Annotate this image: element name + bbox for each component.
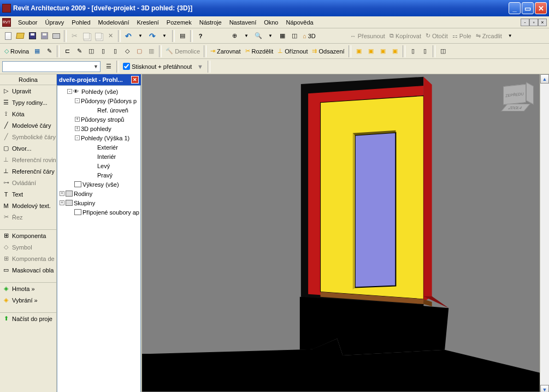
tool-b1[interactable]: ✎: [43, 45, 55, 57]
design-bar-item[interactable]: ╱Modelové čáry: [0, 120, 56, 131]
tool-c1[interactable]: ▣: [353, 45, 365, 57]
design-bar-item[interactable]: ⬆Načíst do proje: [0, 313, 56, 324]
redo-dropdown[interactable]: ▼: [158, 30, 170, 42]
tree-expander[interactable]: +: [75, 117, 80, 122]
redo-button[interactable]: ↷: [146, 30, 158, 42]
design-bar-item[interactable]: ⊞Komponenta: [0, 230, 56, 241]
tree-node[interactable]: Pravý: [57, 170, 140, 180]
design-bar-item[interactable]: ⟟Kóta: [0, 108, 56, 120]
tree-node[interactable]: + Rodiny: [57, 189, 140, 198]
dd-button[interactable]: ▼: [504, 30, 516, 42]
tree-node[interactable]: Levý: [57, 161, 140, 170]
design-bar-item[interactable]: ☰Typy rodiny...: [0, 97, 56, 108]
vscroll-track[interactable]: [540, 84, 549, 385]
mirror-button[interactable]: ⇋Zrcadlit: [474, 30, 504, 42]
tool-b9[interactable]: ▥: [145, 45, 157, 57]
tree-node[interactable]: + Skupiny: [57, 198, 140, 207]
menu-pohled[interactable]: Pohled: [68, 18, 94, 27]
tree-expander[interactable]: +: [60, 191, 64, 196]
tool-b8[interactable]: ▢: [133, 45, 145, 57]
tool-c3[interactable]: ▣: [377, 45, 389, 57]
tree-expander[interactable]: -: [75, 135, 80, 140]
zoom-dd2[interactable]: ▼: [264, 30, 276, 42]
tool-b5[interactable]: ▯: [97, 45, 109, 57]
copy-tool-button[interactable]: ⧉Kopírovat: [387, 30, 423, 42]
menu-pozemek[interactable]: Pozemek: [163, 18, 196, 27]
tool-c6[interactable]: ▯: [419, 45, 431, 57]
delete-button[interactable]: ✕: [104, 30, 116, 42]
copy-button[interactable]: [80, 30, 92, 42]
close-button[interactable]: ✕: [535, 2, 547, 14]
scroll-up-button[interactable]: ▲: [540, 74, 549, 84]
offset-button[interactable]: ⇉Odsazení: [310, 45, 346, 57]
menu-nastaveni[interactable]: Nastavení: [226, 18, 261, 27]
tool-b2[interactable]: ⊏: [61, 45, 73, 57]
move-button[interactable]: ↔Přesunout: [348, 30, 387, 42]
tool-b7[interactable]: ◇: [121, 45, 133, 57]
paste-button[interactable]: [92, 30, 104, 42]
menu-okno[interactable]: Okno: [260, 18, 282, 27]
tree-node[interactable]: - Pohledy (Výška 1): [57, 133, 140, 142]
array-button[interactable]: ⚏Pole: [450, 30, 474, 42]
browser-close-button[interactable]: ✕: [131, 76, 139, 84]
mdi-minimize-button[interactable]: -: [521, 19, 529, 26]
tool-c7[interactable]: ◫: [437, 45, 449, 57]
mdi-close-button[interactable]: ×: [538, 19, 547, 26]
menu-upravy[interactable]: Úpravy: [41, 18, 68, 27]
cut-button[interactable]: ✂: [68, 30, 80, 42]
tree-node[interactable]: -👁 Pohledy (vše): [57, 87, 140, 96]
design-bar-item[interactable]: TText: [0, 188, 56, 200]
tree-expander[interactable]: -: [75, 98, 80, 103]
cube-face-front[interactable]: ZEPŘEDU: [503, 84, 526, 105]
menu-modelovani[interactable]: Modelování: [95, 18, 133, 27]
minimize-button[interactable]: _: [509, 2, 521, 14]
undo-button[interactable]: ↶: [122, 30, 134, 42]
split-button[interactable]: ✂Rozdělit: [243, 45, 276, 57]
press-drag-checkbox[interactable]: Stisknout + přetáhnout: [121, 63, 194, 70]
tree-expander[interactable]: -: [67, 89, 72, 94]
maximize-button[interactable]: ▭: [522, 2, 534, 14]
tree-node[interactable]: Ref. úroveň: [57, 105, 140, 115]
thin-lines-button[interactable]: ▦: [276, 30, 288, 42]
tree-node[interactable]: Interiér: [57, 152, 140, 161]
design-bar-item[interactable]: ⊥Referenční čáry: [0, 165, 56, 177]
cube-face-side[interactable]: [526, 82, 534, 104]
plane-button[interactable]: ◇Rovina: [2, 45, 31, 57]
menu-soubor[interactable]: Soubor: [14, 18, 41, 27]
tree-expander[interactable]: +: [75, 126, 80, 131]
scroll-down-button[interactable]: ▼: [540, 385, 549, 392]
zoom-extents-button[interactable]: ⊕: [228, 30, 240, 42]
tree-view[interactable]: -👁 Pohledy (vše)- Půdorysy (Půdorys p Re…: [57, 85, 141, 392]
browser-tab[interactable]: dveře-projekt - Prohl... ✕: [57, 74, 141, 85]
checkbox-input[interactable]: [123, 63, 130, 70]
print-button[interactable]: [50, 30, 62, 42]
wireframe-button[interactable]: ◫: [288, 30, 300, 42]
tool-c2[interactable]: ▣: [365, 45, 377, 57]
tool-b6[interactable]: ▯: [109, 45, 121, 57]
3d-canvas[interactable]: ZEPŘEDU ZDOLA: [142, 74, 549, 392]
zoom-button[interactable]: 🔍: [252, 30, 264, 42]
tool-b3[interactable]: ✎: [73, 45, 85, 57]
view-cube[interactable]: ZEPŘEDU ZDOLA: [499, 81, 533, 115]
tree-node[interactable]: Exteriér: [57, 142, 140, 152]
element-properties-button[interactable]: ☰: [103, 61, 115, 73]
tree-node[interactable]: + Půdorysy stropů: [57, 115, 140, 124]
menu-napoveda[interactable]: Nápověda: [282, 18, 317, 27]
menu-kresleni[interactable]: Kreslení: [133, 18, 162, 27]
zoom-dropdown[interactable]: ▼: [240, 30, 252, 42]
save-button[interactable]: [26, 30, 38, 42]
design-bar-item[interactable]: MModelový text.: [0, 200, 56, 211]
undo-dropdown[interactable]: ▼: [134, 30, 146, 42]
tree-node[interactable]: Připojené soubory ap: [57, 207, 140, 217]
type-selector[interactable]: ▼: [2, 61, 101, 72]
view-vscrollbar[interactable]: ▲ ▼: [540, 74, 549, 392]
help-button[interactable]: ?: [194, 30, 206, 42]
trim-button[interactable]: ⊥Oříznout: [275, 45, 310, 57]
3d-view-button[interactable]: ⌂3D: [300, 30, 318, 42]
filter-button[interactable]: ▼: [194, 61, 206, 73]
tree-node[interactable]: + 3D pohledy: [57, 124, 140, 133]
demolish-button[interactable]: 🔨Demolice: [163, 45, 202, 57]
open-button[interactable]: [14, 30, 26, 42]
tree-node[interactable]: - Půdorysy (Půdorys p: [57, 96, 140, 105]
new-button[interactable]: [2, 30, 14, 42]
